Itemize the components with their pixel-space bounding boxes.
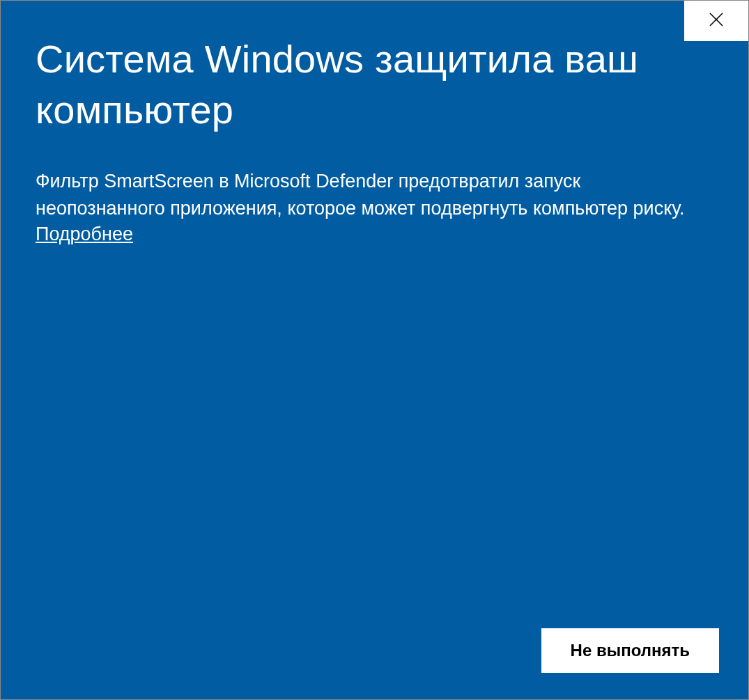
close-icon	[708, 11, 725, 31]
dialog-title: Система Windows защитила ваш компьютер	[36, 34, 713, 136]
smartscreen-dialog: Система Windows защитила ваш компьютер Ф…	[0, 0, 749, 700]
close-button[interactable]	[684, 1, 748, 41]
more-info-link[interactable]: Подробнее	[36, 224, 133, 245]
dialog-content: Система Windows защитила ваш компьютер Ф…	[1, 1, 748, 245]
dont-run-button[interactable]: Не выполнять	[541, 628, 719, 673]
dialog-body: Фильтр SmartScreen в Microsoft Defender …	[36, 168, 713, 222]
